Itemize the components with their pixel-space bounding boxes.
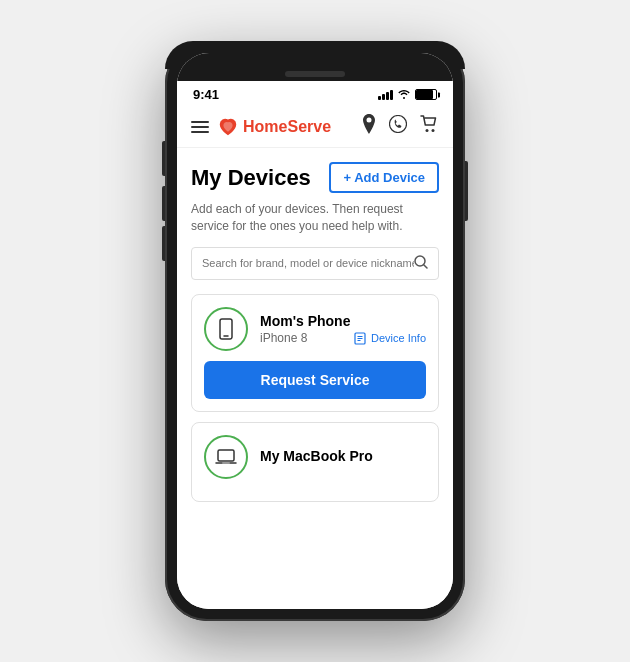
speaker-grille <box>285 71 345 77</box>
hamburger-menu[interactable] <box>191 121 209 133</box>
device-laptop-icon-circle <box>204 435 248 479</box>
device-1-model: iPhone 8 <box>260 331 307 345</box>
device-2-info: My MacBook Pro <box>260 448 426 466</box>
wifi-icon <box>397 88 411 101</box>
battery-icon <box>415 89 437 100</box>
search-input[interactable] <box>202 257 414 269</box>
svg-point-0 <box>390 116 407 133</box>
device-info-icon <box>354 331 368 345</box>
phone-mockup: 9:41 <box>165 41 465 621</box>
signal-icon <box>378 90 393 100</box>
device-card-1: Mom's Phone iPhone 8 <box>191 294 439 412</box>
device-phone-icon-circle <box>204 307 248 351</box>
page-description: Add each of your devices. Then request s… <box>191 201 439 235</box>
header-actions <box>361 114 439 139</box>
device-card-2: My MacBook Pro <box>191 422 439 502</box>
logo-text: HomeServe <box>243 118 331 136</box>
device-1-info: Mom's Phone iPhone 8 <box>260 313 426 345</box>
logo-heart-icon <box>217 116 239 138</box>
device-1-name: Mom's Phone <box>260 313 426 329</box>
svg-point-1 <box>426 129 429 132</box>
page-content: My Devices + Add Device Add each of your… <box>177 148 453 516</box>
phone-screen: 9:41 <box>177 53 453 609</box>
add-device-button[interactable]: + Add Device <box>329 162 439 193</box>
device-laptop-icon <box>215 446 237 468</box>
cart-icon[interactable] <box>419 114 439 139</box>
svg-point-2 <box>432 129 435 132</box>
svg-line-4 <box>424 265 427 268</box>
page-title: My Devices <box>191 165 311 191</box>
status-time: 9:41 <box>193 87 219 102</box>
status-icons <box>378 88 437 101</box>
page-header-row: My Devices + Add Device <box>191 162 439 193</box>
phone-screen-notch <box>177 53 453 81</box>
device-info-link[interactable]: Device Info <box>354 331 426 345</box>
screen-content: 9:41 <box>177 81 453 609</box>
location-icon[interactable] <box>361 114 377 139</box>
phone-icon[interactable] <box>389 115 407 138</box>
request-service-button[interactable]: Request Service <box>204 361 426 399</box>
app-header: HomeServe <box>177 106 453 148</box>
status-bar: 9:41 <box>177 81 453 106</box>
search-bar <box>191 247 439 280</box>
device-2-name: My MacBook Pro <box>260 448 426 464</box>
logo: HomeServe <box>217 116 331 138</box>
svg-rect-11 <box>218 450 234 461</box>
search-icon[interactable] <box>414 255 428 272</box>
device-phone-icon <box>215 318 237 340</box>
